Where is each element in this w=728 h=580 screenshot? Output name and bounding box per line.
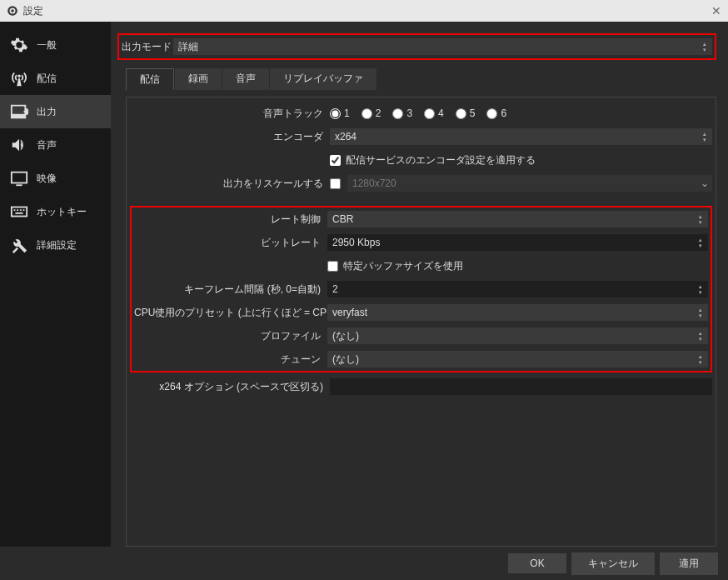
svg-rect-6 [14,209,16,211]
audio-track-4[interactable]: 4 [424,108,444,119]
sidebar-item-video[interactable]: 映像 [0,162,111,195]
enforce-checkbox[interactable]: 配信サービスのエンコーダ設定を適用する [330,153,712,168]
audio-track-group: 1 2 3 4 5 6 [330,108,712,119]
sidebar-item-output[interactable]: 出力 [0,95,111,128]
sidebar-item-stream[interactable]: 配信 [0,62,111,95]
antenna-icon [10,69,28,88]
svg-rect-9 [23,209,25,211]
main-panel: 出力モード 詳細 配信 録画 音声 リプレイバッファ 音声トラック 1 2 3 [111,22,728,547]
svg-rect-5 [12,208,27,217]
svg-rect-3 [12,172,27,183]
speaker-icon [10,136,28,154]
sidebar-label: 出力 [37,105,57,119]
bitrate-input[interactable]: 2950 Kbps [327,234,708,251]
rescale-label: 出力をリスケールする [130,177,330,191]
tab-replay[interactable]: リプレイバッファ [270,68,376,90]
custom-buffer-checkbox[interactable]: 特定バッファサイズを使用 [327,259,708,273]
audio-track-2[interactable]: 2 [362,108,381,119]
app-icon [7,5,18,17]
sidebar-label: 映像 [37,172,57,186]
svg-rect-10 [15,212,22,214]
output-icon [10,102,28,121]
apply-button[interactable]: 適用 [660,552,718,575]
output-mode-highlight: 出力モード 詳細 [117,33,716,60]
audio-track-label: 音声トラック [130,107,330,121]
bitrate-label: ビットレート [134,236,327,250]
encoder-label: エンコーダ [130,130,330,144]
encoder-select[interactable]: x264 [330,128,712,145]
audio-track-1[interactable]: 1 [330,108,350,119]
tabs: 配信 録画 音声 リプレイバッファ [126,68,716,90]
output-mode-select[interactable]: 詳細 [173,38,712,55]
monitor-icon [10,169,28,188]
audio-track-5[interactable]: 5 [456,108,476,119]
audio-track-3[interactable]: 3 [392,108,412,119]
svg-rect-4 [16,184,22,186]
sidebar-item-audio[interactable]: 音声 [0,128,111,162]
sidebar-label: 一般 [37,38,57,52]
titlebar: 設定 ✕ [0,0,728,22]
cancel-button[interactable]: キャンセル [571,552,655,575]
tab-content: 音声トラック 1 2 3 4 5 6 エンコーダ x264 配信サービスのエンコ… [126,97,716,547]
x264opts-input[interactable] [330,378,712,395]
rate-control-label: レート制御 [134,212,327,227]
close-icon[interactable]: ✕ [711,4,721,18]
profile-select[interactable]: (なし) [327,328,708,344]
svg-rect-8 [20,209,22,211]
ok-button[interactable]: OK [508,553,566,573]
encoder-settings-highlight: レート制御 CBR ビットレート 2950 Kbps 特定バッファサイズを使用 … [130,206,712,372]
tab-audio[interactable]: 音声 [222,68,269,90]
x264opts-label: x264 オプション (スペースで区切る) [130,380,330,394]
tab-record[interactable]: 録画 [175,68,222,90]
footer: OK キャンセル 適用 [0,547,728,580]
window-title: 設定 [23,4,43,18]
tools-icon [10,236,28,254]
tune-label: チューン [134,352,327,367]
keyframe-input[interactable]: 2 [327,281,708,298]
rescale-checkbox[interactable] [330,178,341,189]
svg-point-2 [11,9,14,12]
audio-track-6[interactable]: 6 [486,108,506,119]
gear-icon [10,36,28,54]
cpu-preset-label: CPU使用のプリセット (上に行くほど = CPU使用低い) [134,306,327,320]
profile-label: プロファイル [134,329,327,343]
sidebar-item-advanced[interactable]: 詳細設定 [0,228,111,262]
tune-select[interactable]: (なし) [327,351,708,368]
sidebar-label: 音声 [37,138,57,152]
sidebar: 一般 配信 出力 音声 映像 ホットキー 詳細設定 [0,22,111,547]
rate-control-select[interactable]: CBR [327,211,708,228]
sidebar-label: 配信 [37,72,57,86]
output-mode-label: 出力モード [122,40,173,54]
sidebar-item-general[interactable]: 一般 [0,28,111,62]
sidebar-item-hotkeys[interactable]: ホットキー [0,195,111,228]
keyframe-label: キーフレーム間隔 (秒, 0=自動) [134,282,327,297]
sidebar-label: 詳細設定 [37,238,77,252]
keyboard-icon [10,202,28,221]
svg-rect-7 [17,209,18,211]
cpu-preset-select[interactable]: veryfast [327,304,708,321]
sidebar-label: ホットキー [37,205,87,219]
tab-stream[interactable]: 配信 [126,68,174,90]
rescale-select: 1280x720 [347,175,712,192]
